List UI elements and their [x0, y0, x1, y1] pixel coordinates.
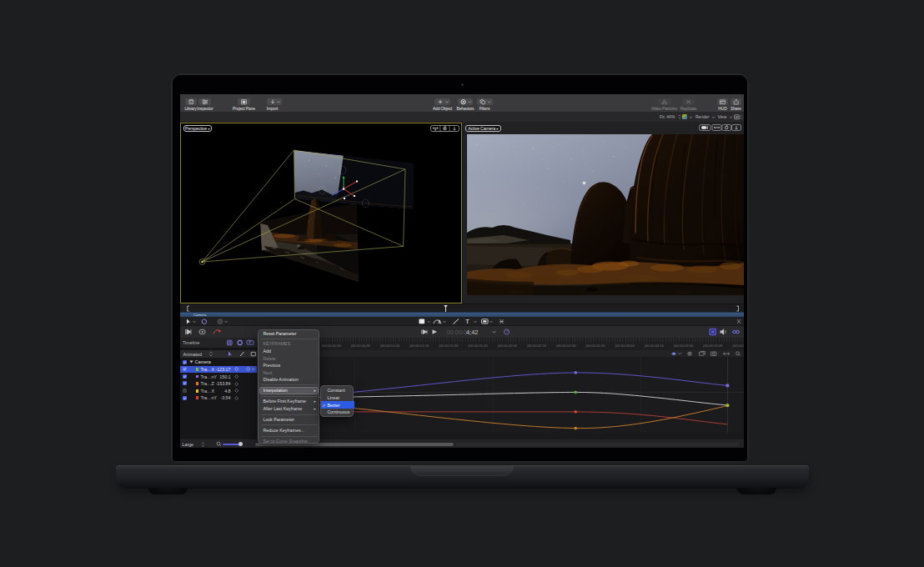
svg-text:|00:00:01;45: |00:00:01;45 [468, 344, 488, 348]
svg-text:T: T [465, 318, 470, 325]
svg-text:|00:00:03;30: |00:00:03;30 [673, 344, 693, 348]
svg-text:|00:00:01;30: |00:00:01;30 [439, 344, 459, 348]
svg-text:|00:00:02;00: |00:00:02;00 [497, 344, 517, 348]
svg-text:|00:00:01;00: |00:00:01;00 [379, 344, 399, 348]
svg-text:4;42: 4;42 [466, 329, 478, 336]
svg-text:|00:00:03;45: |00:00:03;45 [703, 344, 723, 348]
svg-text:|00:00:02;30: |00:00:02;30 [556, 344, 576, 348]
svg-text:|00:00:02;16: |00:00:02;16 [526, 344, 546, 348]
svg-text:|00:00:00;30: |00:00:00;30 [321, 344, 341, 348]
svg-text:|00:00:03;16: |00:00:03;16 [644, 344, 664, 348]
svg-text:|00:00:0: |00:00:0 [732, 344, 744, 348]
svg-text:|00:00:00;45: |00:00:00;45 [350, 344, 370, 348]
svg-text:|00:00:03;00: |00:00:03;00 [615, 344, 635, 348]
svg-text:00:00:0: 00:00:0 [447, 329, 468, 336]
svg-text:|00:00:02;45: |00:00:02;45 [585, 344, 605, 348]
svg-text:|00:00:01;16: |00:00:01;16 [409, 344, 429, 348]
